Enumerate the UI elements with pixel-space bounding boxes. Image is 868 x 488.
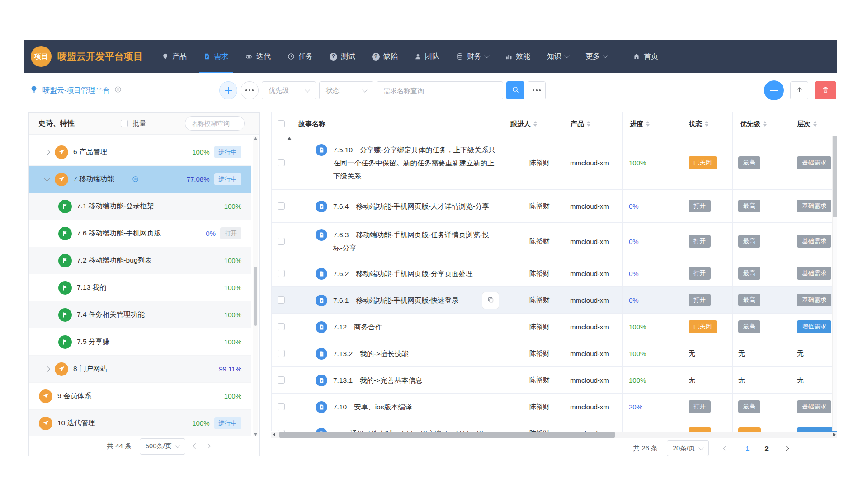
column-header-status[interactable]: 状态 <box>681 112 733 136</box>
more-filters-button[interactable] <box>241 81 259 99</box>
table-row[interactable]: 7.6.4移动端功能-手机网页版-人才详情浏览-分享 陈裕财 mmcloud-x… <box>272 190 837 223</box>
chevron-down-icon <box>603 53 608 58</box>
column-header-priority[interactable]: 优先级 <box>733 112 793 136</box>
status-select[interactable]: 状态 <box>319 81 373 99</box>
batch-label: 批量 <box>132 119 146 128</box>
add-filter-button[interactable] <box>219 81 237 99</box>
table-row[interactable]: 7.12商务合作 陈裕财 mmcloud-xm 100% 已关闭 最高 增值需求 <box>272 314 837 340</box>
tree-item-epic-6[interactable]: 6 产品管理 100%进行中 <box>29 139 251 166</box>
nav-item-knowledge[interactable]: 知识 <box>547 40 569 73</box>
row-checkbox[interactable] <box>278 270 285 277</box>
create-story-button[interactable] <box>764 80 784 100</box>
table-row[interactable]: 7.6.1移动端功能-手机网页版-快速登录 陈裕财 mmcloud-xm 0% … <box>272 287 837 314</box>
nav-item-home[interactable]: 首页 <box>633 40 658 73</box>
project-breadcrumb[interactable]: 唛盟云-项目管理平台 <box>30 79 122 102</box>
row-checkbox[interactable] <box>278 376 285 384</box>
owner-name: 陈裕财 <box>529 296 550 305</box>
row-checkbox[interactable] <box>278 350 285 357</box>
table-vertical-scrollbar[interactable] <box>832 136 837 431</box>
nav-item-requirements[interactable]: 需求 <box>203 40 228 73</box>
tree-item-label: 7.4 任务相关管理功能 <box>77 310 145 319</box>
layer-badge: 基础需求 <box>797 156 831 169</box>
column-header-product[interactable]: 产品 <box>563 112 623 136</box>
tree-scrollbar[interactable] <box>253 136 258 437</box>
table-row[interactable]: 7.10安卓、ios版本编译 陈裕财 mmcloud-xm 20% 打开 最高 … <box>272 394 837 420</box>
nav-item-team[interactable]: 团队 <box>415 40 439 73</box>
copy-story-button[interactable] <box>482 292 499 309</box>
scrollbar-thumb[interactable] <box>833 136 837 217</box>
more-actions-button[interactable] <box>528 81 546 99</box>
row-checkbox[interactable] <box>278 323 285 330</box>
row-checkbox[interactable] <box>278 202 285 210</box>
sort-icons[interactable] <box>763 121 767 127</box>
prev-page-button[interactable] <box>193 443 198 449</box>
expand-icon[interactable] <box>44 149 50 155</box>
table-row[interactable]: 7.13.2我的->擅长技能 陈裕财 mmcloud-xm 100% 无 无 无 <box>272 340 837 367</box>
row-checkbox[interactable] <box>278 159 285 166</box>
sort-icons[interactable] <box>587 121 590 127</box>
upload-button[interactable] <box>790 81 808 99</box>
tree-item-feature-7-13[interactable]: 7.13 我的 100% <box>29 274 251 301</box>
nav-item-defect[interactable]: ? 缺陷 <box>372 40 398 73</box>
name-search-input[interactable] <box>185 116 245 131</box>
nav-item-finance[interactable]: 财务 <box>456 40 489 73</box>
nav-item-product[interactable]: 产品 <box>162 40 187 73</box>
scroll-right-icon[interactable] <box>833 433 836 436</box>
batch-checkbox[interactable] <box>121 120 128 127</box>
table-row[interactable]: 7.13.1我的->完善基本信息 陈裕财 mmcloud-xm 100% 无 无… <box>272 367 837 394</box>
status-badge: 打开 <box>220 227 241 239</box>
next-page-button[interactable] <box>783 446 789 451</box>
column-header-progress[interactable]: 进度 <box>623 112 681 136</box>
tree-item-epic-8[interactable]: 8 门户网站 99.11% <box>29 356 251 383</box>
nav-item-iteration[interactable]: 迭代 <box>245 40 271 73</box>
tree-item-epic-7[interactable]: 7 移动端功能 77.08%进行中 <box>29 166 251 193</box>
page-number-2[interactable]: 2 <box>765 445 769 452</box>
scrollbar-thumb[interactable] <box>254 267 257 326</box>
table-row[interactable]: 7.6.3移动端功能-手机网页版-任务详情页浏览-投标-分享 陈裕财 mmclo… <box>272 223 837 260</box>
table-horizontal-scrollbar[interactable] <box>271 432 837 438</box>
progress-percent: 77.08% <box>187 175 210 183</box>
nav-item-more[interactable]: 更多 <box>585 40 607 73</box>
remove-filter-icon[interactable] <box>132 176 139 183</box>
page-size-select[interactable]: 20条/页 <box>667 440 709 456</box>
owner-name: 陈裕财 <box>529 202 550 211</box>
clear-project-icon[interactable] <box>114 86 122 95</box>
nav-item-performance[interactable]: 效能 <box>505 40 530 73</box>
tree-item-feature-7-4[interactable]: 7.4 任务相关管理功能 100% <box>29 301 251 328</box>
scroll-up-icon[interactable] <box>254 137 257 140</box>
page-size-select[interactable]: 500条/页 <box>140 438 185 455</box>
tree-item-epic-9[interactable]: 9 会员体系 100% <box>29 383 251 410</box>
row-checkbox[interactable] <box>278 403 285 410</box>
column-header-layer[interactable]: 层次 <box>793 112 838 136</box>
row-checkbox[interactable] <box>278 296 285 304</box>
tree-item-epic-10[interactable]: 10 迭代管理 100%进行中 <box>29 410 251 437</box>
tree-item-feature-7-6[interactable]: 7.6 移动端功能-手机网页版 0%打开 <box>29 220 251 247</box>
scrollbar-thumb[interactable] <box>279 432 615 438</box>
trash-icon <box>822 86 829 95</box>
delete-button[interactable] <box>815 81 836 99</box>
prev-page-button[interactable] <box>723 446 729 451</box>
header-checkbox[interactable] <box>278 120 285 127</box>
search-button[interactable] <box>506 81 524 99</box>
priority-badge: 最高 <box>738 156 760 169</box>
tree-item-feature-7-1[interactable]: 7.1 移动端功能-登录框架 100% <box>29 193 251 220</box>
tree-item-feature-7-2[interactable]: 7.2 移动端功能-bug列表 100% <box>29 247 251 274</box>
expand-icon[interactable] <box>44 366 50 372</box>
row-checkbox[interactable] <box>278 238 285 245</box>
page-number-1[interactable]: 1 <box>745 445 749 452</box>
tree-item-feature-7-5[interactable]: 7.5 分享赚 100% <box>29 328 251 356</box>
nav-item-task[interactable]: 任务 <box>288 40 313 73</box>
nav-item-test[interactable]: ? 测试 <box>330 40 355 73</box>
sort-icons[interactable] <box>705 121 708 127</box>
collapse-icon[interactable] <box>44 175 50 181</box>
next-page-button[interactable] <box>205 443 211 449</box>
priority-select[interactable]: 优先级 <box>262 81 316 99</box>
table-row[interactable]: 7.6.2移动端功能-手机网页版-分享页面处理 陈裕财 mmcloud-xm 0… <box>272 260 837 287</box>
story-search-input[interactable] <box>377 81 503 99</box>
sort-icons[interactable] <box>813 121 817 127</box>
table-row[interactable]: 7.5.10分享赚-分享绑定具体的任务，上下级关系只在同一个任务中保留。新的任务… <box>272 136 837 190</box>
sort-icons[interactable] <box>533 121 537 127</box>
scroll-left-icon[interactable] <box>273 433 275 436</box>
column-header-owner[interactable]: 跟进人 <box>503 112 563 136</box>
sort-icons[interactable] <box>646 121 650 127</box>
